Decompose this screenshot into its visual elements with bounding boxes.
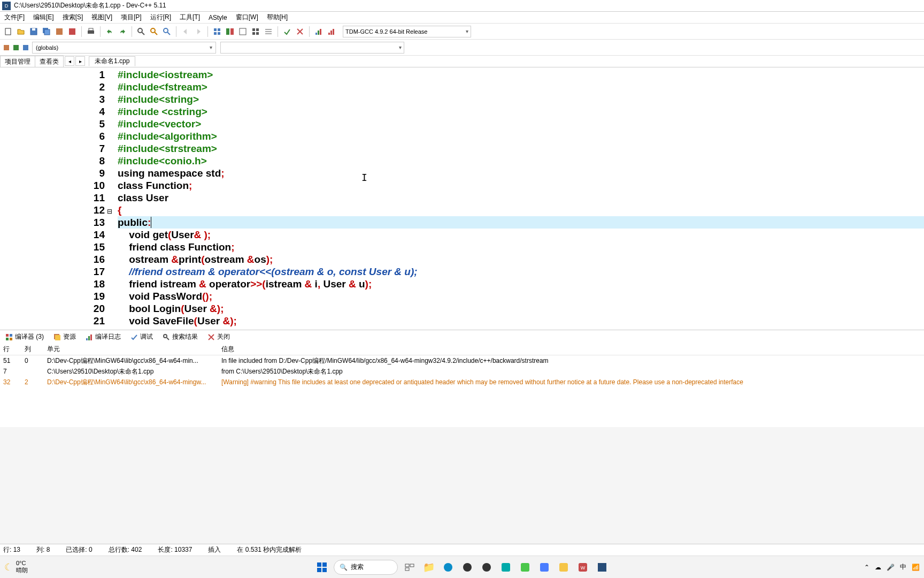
code-line[interactable]: class User: [118, 192, 924, 204]
stop-debug-icon[interactable]: [294, 26, 306, 37]
menu-astyle[interactable]: AStyle: [204, 14, 232, 21]
edge-icon[interactable]: [441, 560, 456, 575]
weather-widget[interactable]: ☾ 0°C 晴朗: [4, 560, 28, 574]
delete-profile-icon[interactable]: [326, 26, 337, 37]
mic-icon[interactable]: 🎤: [887, 564, 895, 571]
compiler-row[interactable]: 322D:\Dev-Cpp编程\MinGW64\lib\gcc\x86_64-w…: [0, 377, 924, 387]
col-unit[interactable]: 单元: [44, 345, 218, 354]
devcpp-taskbar-icon[interactable]: [595, 560, 610, 575]
goto-bookmark-icon[interactable]: [2, 43, 11, 52]
go-forward-icon[interactable]: [192, 26, 204, 37]
code-line[interactable]: void SaveFile(User &);: [118, 315, 924, 327]
close-file-icon[interactable]: [66, 26, 78, 37]
task-view-icon[interactable]: [402, 560, 417, 575]
tab-compile-log[interactable]: 编译日志: [82, 332, 124, 341]
ime-indicator[interactable]: 中: [900, 562, 906, 572]
tray-chevron-icon[interactable]: ⌃: [864, 564, 869, 571]
compiler-row[interactable]: 510D:\Dev-Cpp编程\MinGW64\lib\gcc\x86_64-w…: [0, 355, 924, 366]
tab-compiler[interactable]: 编译器 (3): [2, 332, 47, 341]
code-line[interactable]: friend istream & operator>>(istream & i,…: [118, 278, 924, 290]
app-icon-2[interactable]: [479, 560, 494, 575]
menu-search[interactable]: 搜索[S]: [58, 13, 88, 22]
debug-check-icon[interactable]: [281, 26, 293, 37]
nav-prev-icon[interactable]: ◂: [65, 56, 74, 66]
compiler-row[interactable]: 7C:\Users\29510\Desktop\未命名1.cpp from C:…: [0, 366, 924, 377]
code-line[interactable]: class Function;: [118, 179, 924, 192]
new-file-icon[interactable]: [2, 26, 14, 37]
tab-search-results[interactable]: 搜索结果: [159, 332, 201, 341]
menu-run[interactable]: 运行[R]: [146, 13, 175, 22]
code-line[interactable]: friend class Function;: [118, 241, 924, 253]
code-line[interactable]: public:: [118, 216, 924, 229]
prev-bookmark-icon[interactable]: [21, 43, 30, 52]
print-icon[interactable]: [85, 26, 97, 37]
file-tab[interactable]: 未命名1.cpp: [89, 56, 135, 66]
menu-project[interactable]: 项目[P]: [117, 13, 146, 22]
save-as-icon[interactable]: [53, 26, 65, 37]
tab-debug[interactable]: 调试: [127, 332, 156, 341]
undo-icon[interactable]: [104, 26, 116, 37]
tab-resources[interactable]: 资源: [50, 332, 79, 341]
compile-icon[interactable]: [224, 26, 236, 37]
code-line[interactable]: #include <cstring>: [118, 105, 924, 118]
run-icon[interactable]: [237, 26, 249, 37]
app-icon-4[interactable]: [518, 560, 533, 575]
profile-icon[interactable]: [313, 26, 325, 37]
code-area[interactable]: #include<iostream>#include<fstream>#incl…: [118, 67, 924, 330]
rebuild-icon[interactable]: [263, 26, 274, 37]
menu-view[interactable]: 视图[V]: [87, 13, 117, 22]
code-line[interactable]: #include<string>: [118, 93, 924, 105]
find-in-files-icon[interactable]: [161, 26, 173, 37]
app-icon-5[interactable]: [537, 560, 552, 575]
code-line[interactable]: ostream &print(ostream &os);: [118, 253, 924, 265]
svg-line-12: [155, 32, 157, 35]
save-icon[interactable]: [28, 26, 40, 37]
code-editor[interactable]: 123456789101112⊟131415161718192021 #incl…: [0, 67, 924, 330]
explorer-icon[interactable]: 📁: [421, 560, 436, 575]
compiler-select[interactable]: TDM-GCC 4.9.2 64-bit Release ▾: [343, 26, 471, 37]
code-line[interactable]: void PassWord();: [118, 290, 924, 302]
menu-file[interactable]: 文件[F]: [0, 13, 29, 22]
cloud-icon[interactable]: ☁: [875, 564, 881, 571]
app-icon-1[interactable]: [460, 560, 475, 575]
code-line[interactable]: #include<algorithm>: [118, 130, 924, 142]
code-line[interactable]: #include<vector>: [118, 118, 924, 130]
member-select[interactable]: ▾: [220, 42, 404, 54]
code-line[interactable]: using namespace std;: [118, 167, 924, 179]
app-icon-3[interactable]: [498, 560, 513, 575]
redo-icon[interactable]: [117, 26, 128, 37]
wps-icon[interactable]: W: [575, 560, 590, 575]
app-icon-6[interactable]: [556, 560, 571, 575]
col-line[interactable]: 行: [0, 345, 21, 354]
find-icon[interactable]: [135, 26, 147, 37]
nav-next-icon[interactable]: ▸: [75, 56, 85, 66]
next-bookmark-icon[interactable]: [12, 43, 20, 52]
compile-run-icon[interactable]: [250, 26, 261, 37]
code-line[interactable]: void get(User& );: [118, 229, 924, 241]
code-line[interactable]: #include<fstream>: [118, 81, 924, 93]
save-all-icon[interactable]: [41, 26, 52, 37]
start-icon[interactable]: [314, 560, 329, 575]
taskbar-search[interactable]: 🔍 搜索: [334, 560, 398, 575]
code-line[interactable]: bool Login(User &);: [118, 302, 924, 315]
menu-help[interactable]: 帮助[H]: [263, 13, 292, 22]
menu-edit[interactable]: 编辑[E]: [29, 13, 58, 22]
col-msg[interactable]: 信息: [218, 345, 924, 354]
replace-icon[interactable]: [148, 26, 160, 37]
code-line[interactable]: {: [118, 204, 924, 216]
code-line[interactable]: //friend ostream & operator<<(ostream & …: [118, 265, 924, 278]
wifi-icon[interactable]: 📶: [912, 564, 920, 571]
menu-tools[interactable]: 工具[T]: [175, 13, 204, 22]
menu-window[interactable]: 窗口[W]: [232, 13, 263, 22]
code-line[interactable]: #include<conio.h>: [118, 155, 924, 167]
go-back-icon[interactable]: [180, 26, 191, 37]
code-line[interactable]: #include<strstream>: [118, 142, 924, 155]
tab-project[interactable]: 项目管理: [0, 56, 35, 67]
open-file-icon[interactable]: [15, 26, 27, 37]
code-line[interactable]: #include<iostream>: [118, 69, 924, 81]
scope-select[interactable]: (globals) ▾: [32, 42, 216, 54]
toggle-bookmark-icon[interactable]: [211, 26, 223, 37]
tab-close[interactable]: 关闭: [204, 332, 233, 341]
tab-classview[interactable]: 查看类: [35, 56, 64, 67]
col-col[interactable]: 列: [21, 345, 44, 354]
